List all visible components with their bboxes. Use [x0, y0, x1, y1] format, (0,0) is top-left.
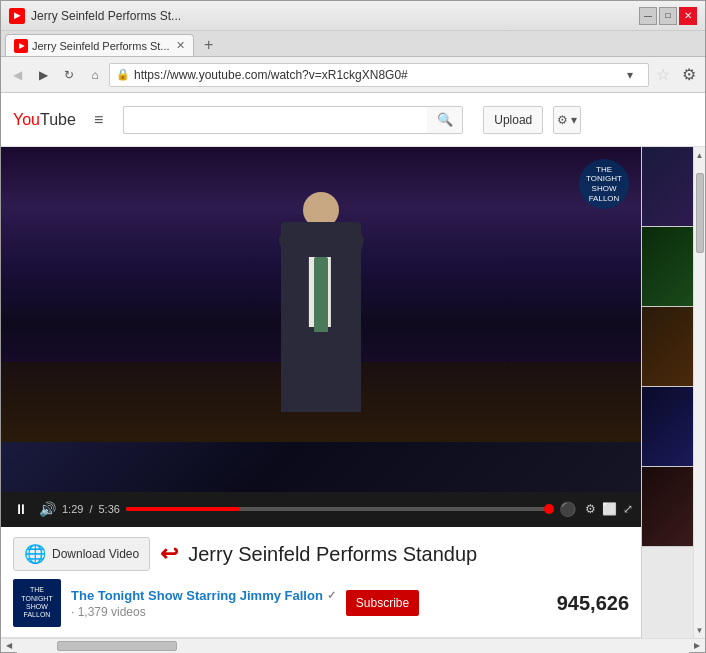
nbc-logo-text: THE TONIGHTSHOWFALLON — [583, 165, 625, 203]
youtube-header: YouTube ≡ 🔍 Upload ⚙ ▾ — [1, 93, 705, 147]
active-tab[interactable]: ▶ Jerry Seinfeld Performs St... ✕ — [5, 34, 194, 56]
sidebar-thumb-2[interactable] — [642, 227, 693, 307]
time-separator: / — [89, 503, 92, 515]
vertical-scrollbar: ▲ ▼ — [693, 147, 705, 638]
channel-name-row: The Tonight Show Starring Jimmy Fallon ✓ — [71, 588, 336, 603]
subscribe-button[interactable]: Subscribe — [346, 590, 419, 616]
tab-favicon-icon: ▶ — [14, 39, 28, 53]
video-title-row: 🌐 Download Video ↩ Jerry Seinfeld Perfor… — [13, 537, 629, 571]
time-total: 5:36 — [98, 503, 119, 515]
youtube-logo[interactable]: YouTube — [13, 111, 76, 129]
scroll-down-button[interactable]: ▼ — [694, 622, 706, 638]
youtube-search-bar: 🔍 — [123, 106, 463, 134]
tab-bar: ▶ Jerry Seinfeld Performs St... ✕ + — [1, 31, 705, 57]
video-title: Jerry Seinfeld Performs Standup — [188, 543, 477, 566]
content-area: THE TONIGHTSHOWFALLON ⏸ 🔊 1:29 / 5:36 ⚫ … — [1, 147, 705, 638]
performer-figure — [241, 147, 401, 412]
address-lock-icon: 🔒 — [116, 68, 130, 81]
progress-bar[interactable] — [126, 507, 549, 511]
scroll-track[interactable] — [694, 163, 706, 622]
close-button[interactable]: ✕ — [679, 7, 697, 25]
youtube-logo-tube: Tube — [40, 111, 76, 129]
sidebar-thumb-3[interactable] — [642, 307, 693, 387]
sidebar-thumb-1[interactable] — [642, 147, 693, 227]
scroll-left-button[interactable]: ◀ — [1, 639, 17, 653]
address-text: https://www.youtube.com/watch?v=xR1ckgXN… — [134, 68, 618, 82]
address-search-icon: ▾ — [618, 63, 642, 87]
verified-badge-icon: ✓ — [327, 589, 336, 602]
hscroll-thumb[interactable] — [57, 641, 177, 651]
channel-thumb-text: THETONIGHTSHOWFALLON — [21, 586, 52, 620]
channel-row: THETONIGHTSHOWFALLON The Tonight Show St… — [13, 579, 629, 627]
tab-title: Jerry Seinfeld Performs St... — [32, 40, 170, 52]
maximize-button[interactable]: □ — [659, 7, 677, 25]
tab-favicon: ▶ — [9, 8, 25, 24]
download-label: Download Video — [52, 547, 139, 561]
progress-dot — [544, 504, 554, 514]
sidebar-thumb-4[interactable] — [642, 387, 693, 467]
bookmark-star-icon[interactable]: ☆ — [651, 63, 675, 87]
video-info-section: 🌐 Download Video ↩ Jerry Seinfeld Perfor… — [1, 527, 641, 638]
home-button[interactable]: ⌂ — [83, 63, 107, 87]
youtube-account-settings-button[interactable]: ⚙ ▾ — [553, 106, 581, 134]
sidebar-thumb-5[interactable] — [642, 467, 693, 547]
scroll-right-button[interactable]: ▶ — [689, 639, 705, 653]
player-settings-button[interactable]: ⚙ — [585, 502, 596, 516]
theater-mode-button[interactable]: ⬜ — [602, 502, 617, 516]
time-current: 1:29 — [62, 503, 83, 515]
scroll-thumb[interactable] — [696, 173, 704, 253]
fullscreen-button[interactable]: ⤢ — [623, 502, 633, 516]
video-controls: ⏸ 🔊 1:29 / 5:36 ⚫ ⚙ ⬜ ⤢ — [1, 492, 641, 527]
forward-button[interactable]: ▶ — [31, 63, 55, 87]
browser-window: ▶ Jerry Seinfeld Performs St... — □ ✕ ▶ … — [0, 0, 706, 653]
tab-close-button[interactable]: ✕ — [176, 39, 185, 52]
back-button[interactable]: ◀ — [5, 63, 29, 87]
horizontal-scrollbar: ◀ ▶ — [1, 638, 705, 652]
volume-button[interactable]: 🔊 — [39, 501, 56, 517]
nav-bar: ◀ ▶ ↻ ⌂ 🔒 https://www.youtube.com/watch?… — [1, 57, 705, 93]
play-pause-button[interactable]: ⏸ — [9, 497, 33, 521]
progress-fill — [126, 507, 240, 511]
download-video-button[interactable]: 🌐 Download Video — [13, 537, 150, 571]
youtube-search-input[interactable] — [123, 106, 427, 134]
window-controls: — □ ✕ — [637, 7, 697, 25]
performer-legs — [281, 332, 361, 412]
captions-button[interactable]: ⚫ — [555, 497, 579, 521]
title-bar: ▶ Jerry Seinfeld Performs St... — □ ✕ — [1, 1, 705, 31]
channel-thumbnail[interactable]: THETONIGHTSHOWFALLON — [13, 579, 61, 627]
address-bar[interactable]: 🔒 https://www.youtube.com/watch?v=xR1ckg… — [109, 63, 649, 87]
youtube-logo-you: You — [13, 111, 40, 129]
youtube-menu-icon[interactable]: ≡ — [94, 111, 103, 129]
youtube-upload-button[interactable]: Upload — [483, 106, 543, 134]
channel-name-text[interactable]: The Tonight Show Starring Jimmy Fallon — [71, 588, 323, 603]
channel-info: The Tonight Show Starring Jimmy Fallon ✓… — [71, 588, 336, 619]
red-arrow-icon: ↩ — [160, 541, 178, 567]
nbc-logo: THE TONIGHTSHOWFALLON — [579, 159, 629, 209]
window-title: Jerry Seinfeld Performs St... — [31, 9, 637, 23]
performer-tie — [314, 257, 328, 337]
sidebar-thumbnails — [641, 147, 693, 638]
video-player[interactable]: THE TONIGHTSHOWFALLON — [1, 147, 641, 492]
channel-video-count: · 1,379 videos — [71, 605, 336, 619]
new-tab-button[interactable]: + — [198, 34, 220, 56]
browser-tools-icon[interactable]: ⚙ — [677, 63, 701, 87]
view-count: 945,626 — [557, 592, 629, 615]
performer-body — [276, 192, 366, 412]
hscroll-track[interactable] — [17, 639, 689, 653]
refresh-button[interactable]: ↻ — [57, 63, 81, 87]
minimize-button[interactable]: — — [639, 7, 657, 25]
download-icon: 🌐 — [24, 543, 46, 565]
scroll-up-button[interactable]: ▲ — [694, 147, 706, 163]
youtube-search-button[interactable]: 🔍 — [427, 106, 463, 134]
video-section: THE TONIGHTSHOWFALLON ⏸ 🔊 1:29 / 5:36 ⚫ … — [1, 147, 641, 638]
